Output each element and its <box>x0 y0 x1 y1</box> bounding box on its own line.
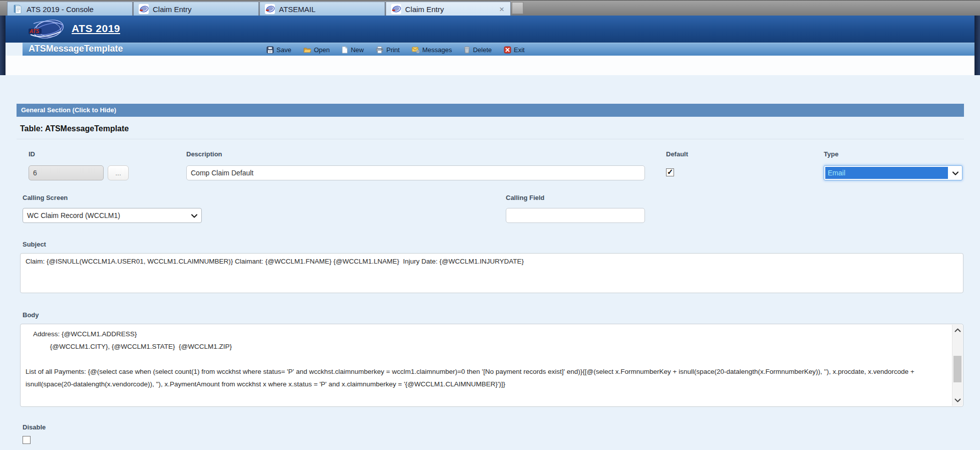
tab-label: Claim Entry <box>153 5 192 14</box>
screen-toolbar: ATSMessageTemplate Save Open <box>23 43 974 56</box>
scroll-down-icon[interactable] <box>952 395 963 406</box>
chevron-down-icon <box>952 170 959 177</box>
console-document-icon <box>13 4 23 14</box>
delete-button[interactable]: Delete <box>464 46 492 54</box>
description-input[interactable] <box>186 165 645 180</box>
toolbar-buttons: Save Open New <box>266 43 525 56</box>
scroll-up-icon[interactable] <box>952 325 963 336</box>
browser-tab-strip: ATS 2019 - Console Claim Entry ATSEMAIL <box>0 0 980 16</box>
exit-button[interactable]: Exit <box>504 46 525 54</box>
calling-field-label: Calling Field <box>506 194 544 201</box>
save-button[interactable]: Save <box>266 46 291 54</box>
form-content: General Section (Click to Hide) Table: A… <box>0 75 980 450</box>
new-tab-button[interactable] <box>512 2 523 14</box>
new-button[interactable]: New <box>342 46 364 54</box>
svg-text:ATS: ATS <box>29 29 40 34</box>
ats-logo: ATS <box>28 18 66 41</box>
open-label: Open <box>314 46 330 54</box>
default-checkbox[interactable] <box>666 168 674 176</box>
open-folder-icon <box>303 46 311 54</box>
open-button[interactable]: Open <box>303 46 330 54</box>
divider <box>17 139 964 139</box>
tab-claim-entry-1[interactable]: Claim Entry <box>133 2 259 16</box>
default-label: Default <box>666 150 688 158</box>
id-lookup-button[interactable]: ... <box>108 165 129 180</box>
description-label: Description <box>186 150 222 158</box>
body-textarea[interactable]: Address: {@WCCLM1.ADDRESS} {@WCCLM1.CITY… <box>20 324 963 407</box>
disable-label: Disable <box>23 423 46 431</box>
new-page-icon <box>342 46 348 54</box>
chevron-down-icon <box>191 212 198 219</box>
screen-title: ATSMessageTemplate <box>29 44 123 54</box>
disable-checkbox[interactable] <box>23 436 31 444</box>
type-selected-value: Email <box>825 167 948 179</box>
ats-logo-icon <box>391 4 401 14</box>
messages-icon <box>412 46 420 54</box>
exit-icon <box>504 46 511 54</box>
id-input[interactable] <box>29 165 104 180</box>
ats-logo-icon <box>265 4 275 14</box>
body-text[interactable]: Address: {@WCCLM1.ADDRESS} {@WCCLM1.CITY… <box>21 324 951 406</box>
scrollbar-thumb[interactable] <box>953 356 961 382</box>
tab-claim-entry-active[interactable]: Claim Entry × <box>386 2 511 16</box>
subject-textarea[interactable]: Claim: {@ISNULL(WCCLM1A.USER01, WCCLM1.C… <box>20 253 963 293</box>
tab-ats-console[interactable]: ATS 2019 - Console <box>7 2 133 16</box>
calling-screen-label: Calling Screen <box>23 194 68 201</box>
tab-label: ATS 2019 - Console <box>27 5 94 14</box>
print-icon <box>376 46 384 54</box>
table-name-label: Table: ATSMessageTemplate <box>20 124 129 133</box>
tab-label: ATSEMAIL <box>279 5 315 14</box>
tab-close-icon[interactable]: × <box>498 5 505 14</box>
general-section-header[interactable]: General Section (Click to Hide) <box>17 104 964 117</box>
application-window: ATS 2019 - Console Claim Entry ATSEMAIL <box>0 0 980 450</box>
new-label: New <box>351 46 364 54</box>
ats-logo-icon <box>139 4 149 14</box>
subject-label: Subject <box>23 241 46 248</box>
delete-trash-icon <box>464 46 470 54</box>
print-label: Print <box>386 46 400 54</box>
app-header: ATS ATS 2019 <box>6 16 974 43</box>
calling-screen-selected-value: WC Claim Record (WCCLM1) <box>27 211 120 219</box>
save-icon <box>266 46 274 54</box>
messages-button[interactable]: Messages <box>412 46 452 54</box>
messages-label: Messages <box>422 46 452 54</box>
ats-home-link[interactable]: ATS 2019 <box>72 23 120 35</box>
print-button[interactable]: Print <box>376 46 400 54</box>
tab-atsemail[interactable]: ATSEMAIL <box>259 2 385 16</box>
window-frame-left <box>0 16 6 82</box>
window-frame-right <box>974 16 980 82</box>
exit-label: Exit <box>514 46 525 54</box>
calling-field-input[interactable] <box>506 208 645 223</box>
tab-label: Claim Entry <box>405 5 444 14</box>
delete-label: Delete <box>473 46 492 54</box>
type-select[interactable]: Email <box>824 165 962 180</box>
save-label: Save <box>276 46 291 54</box>
id-label: ID <box>29 150 35 158</box>
calling-screen-select[interactable]: WC Claim Record (WCCLM1) <box>23 208 202 223</box>
body-label: Body <box>23 311 39 319</box>
header-content-gap <box>6 56 974 75</box>
type-label: Type <box>824 150 838 158</box>
body-scrollbar[interactable] <box>952 325 962 406</box>
